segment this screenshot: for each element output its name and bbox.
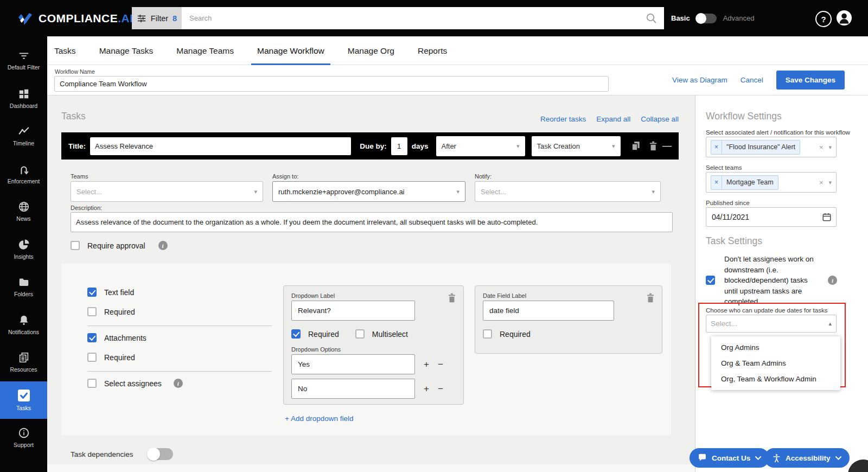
assign-field-group: Assign to: ruth.mckenzie+approver@compli… xyxy=(272,173,465,202)
sidebar-item-folders[interactable]: Folders xyxy=(0,268,47,306)
accessibility-button[interactable]: Accessibility xyxy=(764,448,850,468)
filter-button[interactable]: Filter 8 xyxy=(132,7,182,29)
tab-manage-tasks[interactable]: Manage Tasks xyxy=(99,36,154,65)
timeline-chart-icon xyxy=(17,125,30,137)
filter-lines-icon xyxy=(18,50,30,61)
require-approval-checkbox[interactable] xyxy=(71,241,80,250)
sidebar-item-dashboard[interactable]: Dashboard xyxy=(0,80,47,118)
basic-advanced-toggle[interactable] xyxy=(697,14,717,23)
select-assignees-checkbox[interactable] xyxy=(87,379,97,388)
select-teams-select[interactable]: × Mortgage Team × ▾ xyxy=(706,172,837,193)
collapse-task-icon[interactable]: — xyxy=(662,141,672,151)
menu-item-org-team-workflow-admin[interactable]: Org, Team & Workflow Admin xyxy=(711,371,840,387)
assign-to-select[interactable]: ruth.mckenzie+approver@compliance.ai▾ xyxy=(272,181,465,202)
due-dates-select[interactable]: Select... ▴ xyxy=(706,315,837,333)
remove-option-icon[interactable]: − xyxy=(438,360,443,369)
dropdown-option-input[interactable] xyxy=(291,354,415,374)
duplicate-task-icon[interactable] xyxy=(630,140,641,152)
remove-chip-icon[interactable]: × xyxy=(711,141,722,154)
reorder-tasks-link[interactable]: Reorder tasks xyxy=(540,115,586,123)
require-approval-info-icon[interactable]: i xyxy=(158,241,168,250)
teams-select[interactable]: Select...▾ xyxy=(71,181,263,202)
tab-tasks[interactable]: Tasks xyxy=(54,36,76,65)
search-input[interactable] xyxy=(182,14,646,22)
search-icon[interactable] xyxy=(646,12,658,24)
menu-item-org-admins[interactable]: Org Admins xyxy=(711,340,840,355)
expand-all-link[interactable]: Expand all xyxy=(596,115,630,123)
due-by-days-input[interactable] xyxy=(391,137,407,155)
contact-us-button[interactable]: Contact Us xyxy=(690,448,769,468)
bell-icon xyxy=(18,314,30,326)
text-field-required-checkbox[interactable] xyxy=(87,307,97,316)
notify-select[interactable]: Select...▾ xyxy=(475,181,661,202)
text-field-checkbox[interactable] xyxy=(87,288,97,297)
published-since-date-field[interactable]: 04/11/2021 xyxy=(706,207,837,227)
tab-manage-workflow[interactable]: Manage Workflow xyxy=(257,36,324,65)
dropdown-multiselect-checkbox[interactable] xyxy=(355,329,365,339)
view-as-diagram-link[interactable]: View as Diagram xyxy=(672,76,727,84)
dropdown-option-row: + − xyxy=(291,379,456,399)
save-changes-button[interactable]: Save Changes xyxy=(776,71,845,90)
collapse-all-link[interactable]: Collapse all xyxy=(641,115,679,123)
text-field-required-row: Required xyxy=(87,307,135,316)
calendar-icon[interactable] xyxy=(822,212,832,222)
tasks-section-links: Reorder tasks Expand all Collapse all xyxy=(540,115,679,123)
delete-dropdown-field-icon[interactable] xyxy=(447,292,457,303)
due-dates-annotation-box: Choose who can update due dates for task… xyxy=(698,303,846,387)
sidebar-item-insights[interactable]: Insights xyxy=(0,231,47,269)
tab-manage-teams[interactable]: Manage Teams xyxy=(176,36,234,65)
description-textarea[interactable]: Assess relevance of the document to the … xyxy=(71,212,673,232)
sidebar-item-support[interactable]: Support xyxy=(0,419,47,457)
chevron-up-icon[interactable]: ▴ xyxy=(828,320,832,327)
anchor-select[interactable]: Task Creation▾ xyxy=(532,136,621,156)
sidebar-item-news[interactable]: News xyxy=(0,193,47,231)
workflow-name-input[interactable] xyxy=(54,76,609,92)
workflow-actions: View as Diagram Cancel Save Changes xyxy=(672,65,845,95)
attachments-checkbox[interactable] xyxy=(87,333,97,342)
remove-chip-icon[interactable]: × xyxy=(711,176,722,189)
chevron-down-icon[interactable]: ▾ xyxy=(828,179,832,186)
date-field-label-input[interactable] xyxy=(483,301,614,321)
downstream-setting-text: Don't let assignees work on downstream (… xyxy=(724,254,819,307)
sidebar-item-enforcement[interactable]: Enforcement xyxy=(0,155,47,193)
clear-select-icon[interactable]: × xyxy=(819,178,824,187)
select-teams-label: Select teams xyxy=(706,164,742,171)
downstream-checkbox[interactable] xyxy=(706,276,715,285)
sidebar-item-timeline[interactable]: Timeline xyxy=(0,117,47,155)
published-since-label: Published since xyxy=(706,200,750,206)
delete-task-icon[interactable] xyxy=(648,140,658,152)
search-bar xyxy=(182,7,664,29)
menu-item-org-team-admins[interactable]: Org & Team Admins xyxy=(711,355,840,371)
add-option-icon[interactable]: + xyxy=(424,360,429,369)
divider xyxy=(87,326,272,326)
sidebar-item-default-filter[interactable]: Default Filter xyxy=(0,42,47,80)
dropdown-label-input[interactable] xyxy=(291,301,415,321)
days-label: days xyxy=(412,142,429,150)
required-label: Required xyxy=(104,353,135,362)
date-required-checkbox[interactable] xyxy=(483,329,492,339)
add-option-icon[interactable]: + xyxy=(424,384,429,393)
associated-alert-select[interactable]: × "Flood Insurance" Alert × ▾ xyxy=(706,137,837,157)
attachments-required-checkbox[interactable] xyxy=(87,353,97,362)
user-avatar-icon[interactable] xyxy=(836,10,852,28)
clear-select-icon[interactable]: × xyxy=(819,143,824,151)
tab-reports[interactable]: Reports xyxy=(418,36,447,65)
remove-option-icon[interactable]: − xyxy=(438,384,443,393)
dropdown-option-input[interactable] xyxy=(291,379,415,399)
sidebar-item-resources[interactable]: Resources xyxy=(0,343,47,381)
sidebar-item-tasks[interactable]: Tasks xyxy=(0,381,47,419)
timing-select[interactable]: After▾ xyxy=(436,136,525,156)
sidebar-item-notifications[interactable]: Notifications xyxy=(0,306,47,344)
downstream-info-icon[interactable]: i xyxy=(828,276,837,285)
select-assignees-info-icon[interactable]: i xyxy=(174,379,183,388)
task-title-input[interactable] xyxy=(90,137,351,155)
tab-manage-org[interactable]: Manage Org xyxy=(348,36,394,65)
delete-date-field-icon[interactable] xyxy=(646,292,655,303)
task-dependencies-toggle[interactable] xyxy=(148,448,173,460)
help-icon[interactable]: ? xyxy=(815,11,832,27)
dropdown-required-checkbox[interactable] xyxy=(291,329,301,339)
chevron-down-icon[interactable]: ▾ xyxy=(828,144,832,151)
add-dropdown-field-link[interactable]: + Add dropdown field xyxy=(285,414,353,423)
cancel-link[interactable]: Cancel xyxy=(741,76,763,84)
compliance-ai-logo[interactable]: COMPLIANCE.AI xyxy=(16,0,133,36)
